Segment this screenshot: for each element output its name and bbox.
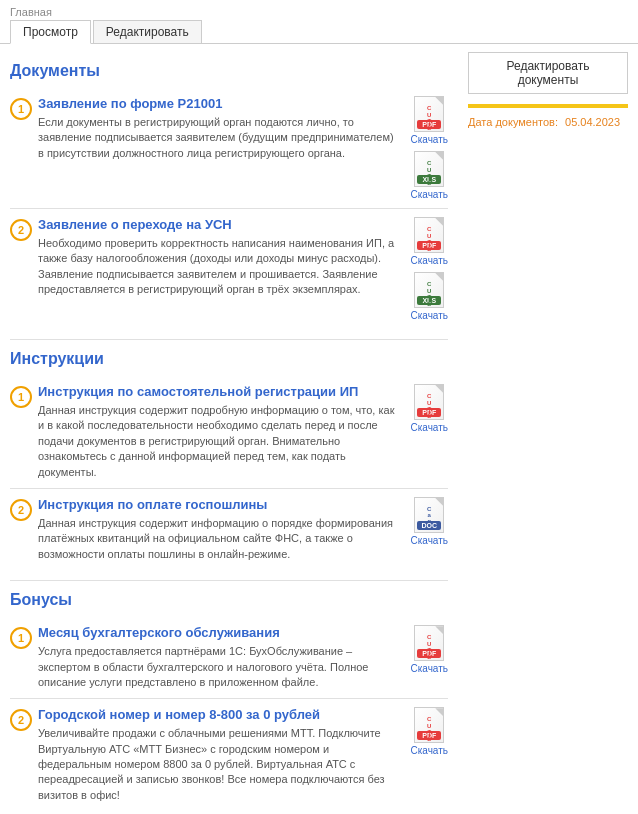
- instr-actions-2: Can DOC Скачать: [411, 497, 449, 546]
- sidebar-yellow-bar: [468, 104, 628, 108]
- doc-number-1: 1: [10, 98, 32, 120]
- bonus-info-2: Городской номер и номер 8-800 за 0 рубле…: [38, 707, 401, 803]
- bonus-title-2: Городской номер и номер 8-800 за 0 рубле…: [38, 707, 401, 722]
- download-pdf-1[interactable]: CUTE PDF Скачать: [411, 96, 449, 145]
- download-instr-doc-2[interactable]: Can DOC Скачать: [411, 497, 449, 546]
- sidebar-date-label: Дата документов:: [468, 116, 558, 128]
- instr-desc-1: Данная инструкция содержит подробную инф…: [38, 403, 401, 480]
- instructions-section: Инструкции 1 Инструкция по самостоятельн…: [10, 350, 448, 570]
- divider-1: [10, 339, 448, 340]
- instruction-item-1: 1 Инструкция по самостоятельной регистра…: [10, 376, 448, 489]
- doc-actions-1: CUTE PDF Скачать CUTE XLS Скачать: [411, 96, 449, 200]
- document-item-2: 2 Заявление о переходе на УСН Необходимо…: [10, 209, 448, 329]
- bonus-number-2: 2: [10, 709, 32, 731]
- sidebar: Редактировать документы Дата документов:…: [468, 52, 628, 811]
- content-area: Документы 1 Заявление по форме Р21001 Ес…: [10, 52, 468, 811]
- bonus-actions-2: CUTE PDF Скачать: [411, 707, 449, 756]
- doc-desc-2: Необходимо проверить корректность написа…: [38, 236, 401, 298]
- bonus-title-1: Месяц бухгалтерского обслуживания: [38, 625, 401, 640]
- tab-edit[interactable]: Редактировать: [93, 20, 202, 43]
- instr-title-2: Инструкция по оплате госпошлины: [38, 497, 401, 512]
- bonuses-section: Бонусы 1 Месяц бухгалтерского обслуживан…: [10, 591, 448, 811]
- instr-title-1: Инструкция по самостоятельной регистраци…: [38, 384, 401, 399]
- bonus-actions-1: CUTE PDF Скачать: [411, 625, 449, 674]
- documents-section: Документы 1 Заявление по форме Р21001 Ес…: [10, 62, 448, 329]
- sidebar-date: Дата документов: 05.04.2023: [468, 116, 628, 128]
- doc-info-1: Заявление по форме Р21001 Если документы…: [38, 96, 401, 161]
- bonus-item-1: 1 Месяц бухгалтерского обслуживания Услу…: [10, 617, 448, 699]
- bonuses-title: Бонусы: [10, 591, 448, 609]
- bonus-item-2: 2 Городской номер и номер 8-800 за 0 руб…: [10, 699, 448, 811]
- bonus-info-1: Месяц бухгалтерского обслуживания Услуга…: [38, 625, 401, 690]
- instr-info-1: Инструкция по самостоятельной регистраци…: [38, 384, 401, 480]
- bonus-desc-2: Увеличивайте продажи с облачными решения…: [38, 726, 401, 803]
- download-xls-1[interactable]: CUTE XLS Скачать: [411, 151, 449, 200]
- documents-title: Документы: [10, 62, 448, 80]
- document-item-1: 1 Заявление по форме Р21001 Если докумен…: [10, 88, 448, 209]
- instr-actions-1: CUTE PDF Скачать: [411, 384, 449, 433]
- doc-number-2: 2: [10, 219, 32, 241]
- breadcrumb-link[interactable]: Главная: [10, 6, 52, 18]
- instruction-item-2: 2 Инструкция по оплате госпошлины Данная…: [10, 489, 448, 570]
- download-pdf-2[interactable]: CUTE PDF Скачать: [411, 217, 449, 266]
- bonus-number-1: 1: [10, 627, 32, 649]
- download-xls-2[interactable]: CUTE XLS Скачать: [411, 272, 449, 321]
- divider-2: [10, 580, 448, 581]
- instr-number-1: 1: [10, 386, 32, 408]
- instr-desc-2: Данная инструкция содержит информацию о …: [38, 516, 401, 562]
- doc-title-2: Заявление о переходе на УСН: [38, 217, 401, 232]
- download-instr-pdf-1[interactable]: CUTE PDF Скачать: [411, 384, 449, 433]
- sidebar-edit-button[interactable]: Редактировать документы: [468, 52, 628, 94]
- doc-title-1: Заявление по форме Р21001: [38, 96, 401, 111]
- doc-actions-2: CUTE PDF Скачать CUTE XLS Скачать: [411, 217, 449, 321]
- bonus-desc-1: Услуга предоставляется партнёрами 1С: Бу…: [38, 644, 401, 690]
- download-bonus-pdf-1[interactable]: CUTE PDF Скачать: [411, 625, 449, 674]
- doc-desc-1: Если документы в регистрирующий орган по…: [38, 115, 401, 161]
- tab-view[interactable]: Просмотр: [10, 20, 91, 44]
- doc-info-2: Заявление о переходе на УСН Необходимо п…: [38, 217, 401, 298]
- instr-number-2: 2: [10, 499, 32, 521]
- download-bonus-pdf-2[interactable]: CUTE PDF Скачать: [411, 707, 449, 756]
- breadcrumb: Главная: [0, 0, 638, 20]
- tabs-bar: Просмотр Редактировать: [0, 20, 638, 44]
- sidebar-date-value: 05.04.2023: [565, 116, 620, 128]
- instr-info-2: Инструкция по оплате госпошлины Данная и…: [38, 497, 401, 562]
- instructions-title: Инструкции: [10, 350, 448, 368]
